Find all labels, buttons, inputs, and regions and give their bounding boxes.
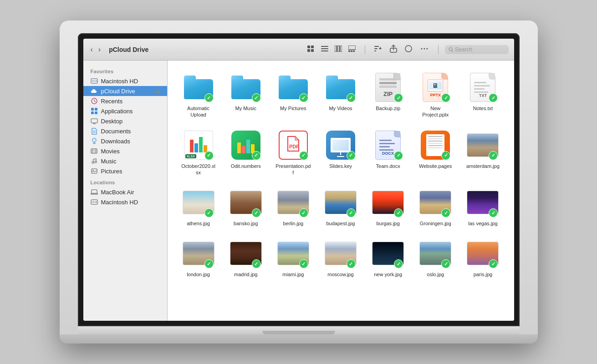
svg-point-20 xyxy=(421,48,422,50)
svg-point-26 xyxy=(95,81,97,82)
sidebar: Favorites Macintosh HD pCloud Drive xyxy=(83,61,168,321)
more-button[interactable] xyxy=(417,43,432,56)
tag-button[interactable] xyxy=(402,43,415,56)
sidebar-item-documents[interactable]: Documents xyxy=(83,126,167,136)
sync-badge xyxy=(441,208,450,217)
gallery-view-button[interactable] xyxy=(346,44,358,55)
file-label: miami.jpg xyxy=(282,271,304,278)
file-item[interactable]: ZIP Backup.zip xyxy=(366,70,410,120)
file-item[interactable]: 🖥 PPTX New Project.pptx xyxy=(413,70,457,120)
sync-badge xyxy=(252,93,261,102)
sort-button[interactable] xyxy=(372,44,385,55)
svg-marker-17 xyxy=(379,47,382,49)
file-item[interactable]: amsterdam.jpg xyxy=(461,127,505,178)
movies-icon xyxy=(91,147,98,155)
file-item[interactable]: london.jpg xyxy=(177,236,220,279)
file-icon-wrapper xyxy=(277,71,309,103)
file-item[interactable]: budapest.jpg xyxy=(319,185,362,228)
search-input[interactable] xyxy=(455,46,505,53)
svg-rect-5 xyxy=(321,48,328,49)
file-item[interactable]: las vegas.jpg xyxy=(461,185,505,228)
file-item[interactable]: burgas.jpg xyxy=(366,185,410,228)
file-item[interactable]: athens.jpg xyxy=(177,185,220,228)
sidebar-item-desktop[interactable]: Desktop xyxy=(83,116,167,126)
window-title: pCloud Drive xyxy=(109,46,148,53)
toolbar-nav: ‹ › xyxy=(89,45,103,55)
sidebar-item-macintosh-hd-loc[interactable]: Macintosh HD xyxy=(83,197,167,207)
sidebar-item-pcloud-drive[interactable]: pCloud Drive ⏏ xyxy=(83,86,167,96)
sidebar-item-recents[interactable]: Recents xyxy=(83,96,167,106)
file-item[interactable]: miami.jpg xyxy=(271,236,315,279)
file-item[interactable]: TXT Notes.txt xyxy=(461,70,505,120)
svg-point-54 xyxy=(95,202,97,203)
file-label: oslo.jpg xyxy=(427,271,444,278)
finder-window: ‹ › pCloud Drive xyxy=(83,39,514,321)
file-icon-wrapper xyxy=(183,238,214,269)
sidebar-item-music[interactable]: Music xyxy=(83,156,167,166)
list-view-button[interactable] xyxy=(318,44,331,55)
svg-rect-14 xyxy=(374,46,379,47)
file-item[interactable]: Groningen.jpg xyxy=(413,185,457,228)
file-item[interactable]: Odit.numbers xyxy=(224,127,268,178)
file-item[interactable]: berlin.jpg xyxy=(271,185,315,228)
file-item[interactable]: madrid.jpg xyxy=(224,236,268,279)
file-item[interactable]: moscow.jpg xyxy=(319,236,362,279)
sidebar-item-macbook-air[interactable]: MacBook Air xyxy=(83,187,167,197)
locations-header: Locations xyxy=(83,176,167,187)
svg-point-19 xyxy=(405,46,412,52)
file-label: Automatic Upload xyxy=(180,105,217,118)
sidebar-item-label: Documents xyxy=(101,128,131,135)
file-icon-wrapper xyxy=(467,238,499,269)
file-item[interactable]: My Videos xyxy=(319,70,362,120)
sync-badge xyxy=(299,93,308,102)
svg-rect-1 xyxy=(311,46,314,48)
favorites-header: Favorites xyxy=(83,65,167,76)
sidebar-item-downloads[interactable]: Downloads xyxy=(83,136,167,146)
forward-button[interactable]: › xyxy=(97,45,102,55)
eject-button[interactable]: ⏏ xyxy=(155,88,160,94)
share-button[interactable] xyxy=(387,43,400,56)
sync-badge xyxy=(299,208,308,217)
svg-text:PDF: PDF xyxy=(289,144,299,149)
file-item[interactable]: new york.jpg xyxy=(366,236,410,279)
file-item[interactable]: bansko.jpg xyxy=(224,185,268,228)
svg-rect-13 xyxy=(353,51,355,52)
sync-badge xyxy=(347,93,356,102)
file-item[interactable]: Website.pages xyxy=(413,127,457,178)
file-icon-wrapper xyxy=(467,187,499,218)
file-item[interactable]: Automatic Upload xyxy=(177,70,220,120)
file-icon-wrapper xyxy=(277,187,309,218)
svg-rect-7 xyxy=(335,46,337,52)
sync-badge xyxy=(489,93,498,102)
file-icon-wrapper xyxy=(230,187,262,218)
svg-rect-9 xyxy=(340,46,342,52)
file-label: Slides.key xyxy=(329,163,352,169)
svg-rect-16 xyxy=(374,51,376,51)
file-icon-wrapper xyxy=(325,187,357,218)
sync-badge xyxy=(299,259,308,268)
sidebar-item-label: Applications xyxy=(101,108,133,115)
file-item[interactable]: paris.jpg xyxy=(461,236,505,279)
sidebar-item-applications[interactable]: Applications xyxy=(83,106,167,116)
icon-view-button[interactable] xyxy=(305,44,317,55)
sidebar-item-macintosh-hd[interactable]: Macintosh HD xyxy=(83,76,167,86)
file-item[interactable]: PDF Presentation.pdf xyxy=(271,127,315,178)
column-view-button[interactable] xyxy=(332,44,345,55)
file-item[interactable]: Slides.key xyxy=(319,127,362,178)
sidebar-item-pictures[interactable]: Pictures xyxy=(83,166,167,176)
svg-point-50 xyxy=(92,170,94,171)
file-item[interactable]: My Music xyxy=(224,70,268,120)
sidebar-item-label: Pictures xyxy=(101,168,122,175)
svg-point-21 xyxy=(424,48,425,50)
file-item[interactable]: XLSX October2020.xlsx xyxy=(177,127,220,178)
sidebar-item-movies[interactable]: Movies xyxy=(83,146,167,156)
svg-line-24 xyxy=(452,50,453,51)
file-label: Odit.numbers xyxy=(231,163,261,169)
back-button[interactable]: ‹ xyxy=(89,45,95,55)
file-item[interactable]: DOCX Team.docx xyxy=(366,127,410,178)
sidebar-item-label: Macintosh HD xyxy=(101,78,138,85)
file-label: new york.jpg xyxy=(374,271,402,278)
file-label: My Videos xyxy=(329,105,352,111)
file-item[interactable]: oslo.jpg xyxy=(413,236,457,279)
file-item[interactable]: My Pictures xyxy=(271,70,315,120)
